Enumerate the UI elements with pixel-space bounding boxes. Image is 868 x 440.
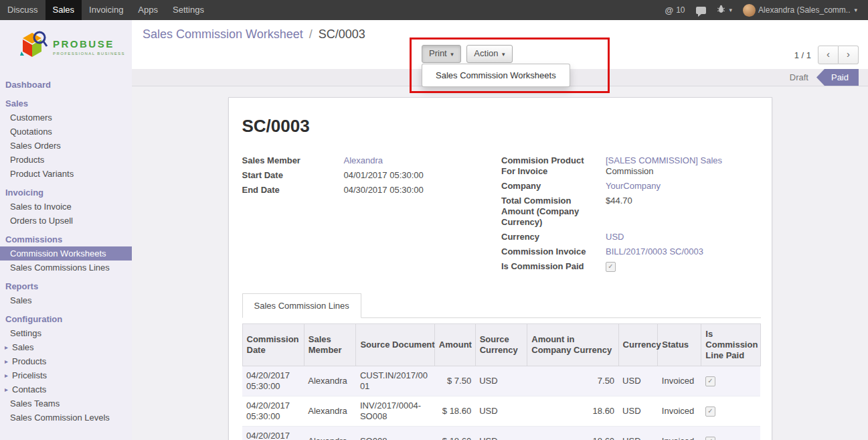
field-label: Commision Product For Invoice	[501, 155, 606, 177]
field-value: ✓	[606, 261, 761, 272]
probuse-logo-icon	[19, 31, 48, 63]
sidebar-item-quotations[interactable]: Quotations	[0, 125, 132, 139]
dropdown-item-sales-commission-worksheets[interactable]: Sales Commission Worksheets	[422, 67, 570, 84]
col-source-document[interactable]: Source Document	[356, 324, 434, 366]
sidebar-item-orders-to-upsell[interactable]: Orders to Upsell	[0, 214, 132, 228]
sidebar-section-commissions: Commissions Commission Worksheets Sales …	[0, 232, 132, 275]
field-commission-invoice: Commission Invoice BILL/2017/0003 SC/000…	[501, 246, 761, 257]
sidebar-item-contacts[interactable]: ▸Contacts	[0, 382, 132, 396]
col-amount[interactable]: Amount	[434, 324, 475, 366]
menu-settings[interactable]: Settings	[165, 0, 211, 20]
statusbar-stage-draft[interactable]: Draft	[782, 69, 816, 86]
pager-next-button[interactable]: ›	[839, 46, 859, 64]
field-label: End Date	[242, 185, 344, 196]
sidebar-item-label: Contacts	[12, 384, 46, 394]
check-icon: ✓	[606, 263, 615, 271]
record-title: SC/0003	[242, 115, 761, 137]
print-button[interactable]: Print ▾	[422, 45, 461, 63]
sidebar-item-products[interactable]: Products	[0, 153, 132, 167]
sidebar-item-pricelists[interactable]: ▸Pricelists	[0, 368, 132, 382]
sidebar-item-sales-teams[interactable]: Sales Teams	[0, 396, 132, 411]
print-button-label: Print	[429, 48, 447, 58]
tab-sales-commission-lines[interactable]: Sales Commission Lines	[242, 293, 361, 318]
sidebar-heading-configuration[interactable]: Configuration	[0, 312, 132, 326]
field-label: Total Commision Amount (Company Currency…	[501, 196, 606, 228]
field-label: Sales Member	[242, 155, 344, 166]
sidebar-item-sales-commissions-lines[interactable]: Sales Commissions Lines	[0, 261, 132, 275]
sidebar-item-product-variants[interactable]: Product Variants	[0, 167, 132, 181]
caret-down-icon: ▾	[502, 51, 505, 58]
sidebar-item-label: Pricelists	[12, 370, 47, 380]
sidebar-section-dashboard: Dashboard	[0, 78, 132, 92]
cell-commission-date: 04/20/2017 05:30:00	[242, 396, 304, 427]
field-value: BILL/2017/0003 SC/0003	[606, 246, 761, 257]
sidebar-heading-sales[interactable]: Sales	[0, 96, 132, 111]
col-source-currency[interactable]: Source Currency	[475, 324, 527, 366]
pager-previous-button[interactable]: ‹	[818, 46, 839, 64]
form-sheet: SC/0003 Sales Member Alexandra Start Dat…	[228, 97, 772, 440]
systray: @ 10 ▾ Alexandra (Sales_comm.. ▾	[660, 0, 868, 20]
breadcrumb-parent-link[interactable]: Sales Commission Worksheet	[143, 27, 303, 41]
table-row[interactable]: 04/20/2017 05:30:00 Alexandra CUST.IN/20…	[242, 366, 760, 396]
messages-button[interactable]	[691, 0, 711, 20]
field-group-left: Sales Member Alexandra Start Date 04/01/…	[242, 155, 502, 276]
company-link[interactable]: YourCompany	[606, 181, 661, 191]
menu-sales[interactable]: Sales	[46, 0, 82, 20]
sidebar-item-dashboard[interactable]: Dashboard	[0, 78, 132, 92]
col-commission-date[interactable]: Commission Date	[242, 324, 304, 366]
sidebar-item-sales-to-invoice[interactable]: Sales to Invoice	[0, 200, 132, 214]
currency-link[interactable]: USD	[606, 232, 624, 242]
form-view: SC/0003 Sales Member Alexandra Start Dat…	[132, 86, 868, 440]
sidebar-item-customers[interactable]: Customers	[0, 111, 132, 125]
caret-down-icon: ▾	[450, 51, 454, 58]
table-row[interactable]: 04/20/2017 10:35:53 Alexandra SO008 $ 18…	[242, 427, 760, 440]
commission-invoice-link[interactable]: BILL/2017/0003 SC/0003	[606, 246, 703, 256]
field-label: Company	[501, 181, 606, 192]
menu-invoicing[interactable]: Invoicing	[82, 0, 131, 20]
check-icon: ✓	[706, 407, 715, 415]
menu-discuss[interactable]: Discuss	[0, 0, 46, 20]
sidebar-item-commission-worksheets[interactable]: Commission Worksheets	[0, 246, 132, 261]
probuse-logo[interactable]: PROBUSE PROFESSIONAL BUSINESS	[0, 20, 132, 71]
notebook-tabs: Sales Commission Lines	[242, 293, 761, 318]
field-label: Commission Invoice	[501, 246, 606, 257]
user-menu[interactable]: Alexandra (Sales_comm.. ▾	[737, 0, 863, 20]
sidebar-heading-reports[interactable]: Reports	[0, 279, 132, 293]
table-row[interactable]: 04/20/2017 05:30:00 Alexandra INV/2017/0…	[242, 396, 760, 427]
cell-status: Invoiced	[658, 396, 701, 427]
col-currency[interactable]: Currency	[618, 324, 658, 366]
col-is-commission-line-paid[interactable]: Is Commission Line Paid	[701, 324, 760, 366]
sidebar-heading-commissions[interactable]: Commissions	[0, 232, 132, 246]
table-header-row: Commission Date Sales Member Source Docu…	[242, 324, 760, 366]
field-value: [SALES COMMISSION] Sales Commission	[606, 155, 761, 177]
field-company: Company YourCompany	[501, 181, 761, 192]
commission-product-link[interactable]: [SALES COMMISSION] Sales	[606, 155, 722, 165]
mentions-button[interactable]: @ 10	[660, 0, 691, 20]
sidebar-item-sales-commission-levels[interactable]: Sales Commission Levels	[0, 411, 132, 425]
sidebar-item-sales-orders[interactable]: Sales Orders	[0, 139, 132, 153]
sidebar-section-invoicing: Invoicing Sales to Invoice Orders to Ups…	[0, 186, 132, 228]
cell-status: Invoiced	[658, 366, 701, 396]
sidebar-item-reports-sales[interactable]: Sales	[0, 293, 132, 307]
sidebar-item-settings[interactable]: Settings	[0, 326, 132, 340]
sidebar-item-label: Sales	[12, 342, 34, 352]
main-area: Sales Commission Worksheet / SC/0003 Pri…	[132, 20, 868, 440]
sidebar-item-config-products[interactable]: ▸Products	[0, 354, 132, 368]
field-groups: Sales Member Alexandra Start Date 04/01/…	[242, 155, 761, 276]
sidebar-item-config-sales[interactable]: ▸Sales	[0, 340, 132, 354]
action-button[interactable]: Action ▾	[466, 45, 512, 63]
statusbar-stage-paid[interactable]: Paid	[816, 69, 859, 86]
cell-source-currency: USD	[475, 366, 527, 396]
col-status[interactable]: Status	[658, 324, 701, 366]
control-panel: Sales Commission Worksheet / SC/0003 Pri…	[132, 20, 868, 69]
cell-source-document: CUST.IN/2017/0001	[356, 366, 434, 396]
col-amount-company-currency[interactable]: Amount in Company Currency	[527, 324, 618, 366]
expander-icon: ▸	[5, 384, 8, 394]
debug-menu-button[interactable]: ▾	[711, 0, 738, 20]
field-value: Alexandra	[344, 155, 502, 166]
topbar: Discuss Sales Invoicing Apps Settings @ …	[0, 0, 868, 20]
sales-member-link[interactable]: Alexandra	[344, 155, 383, 165]
menu-apps[interactable]: Apps	[131, 0, 165, 20]
sidebar-heading-invoicing[interactable]: Invoicing	[0, 186, 132, 200]
col-sales-member[interactable]: Sales Member	[304, 324, 356, 366]
